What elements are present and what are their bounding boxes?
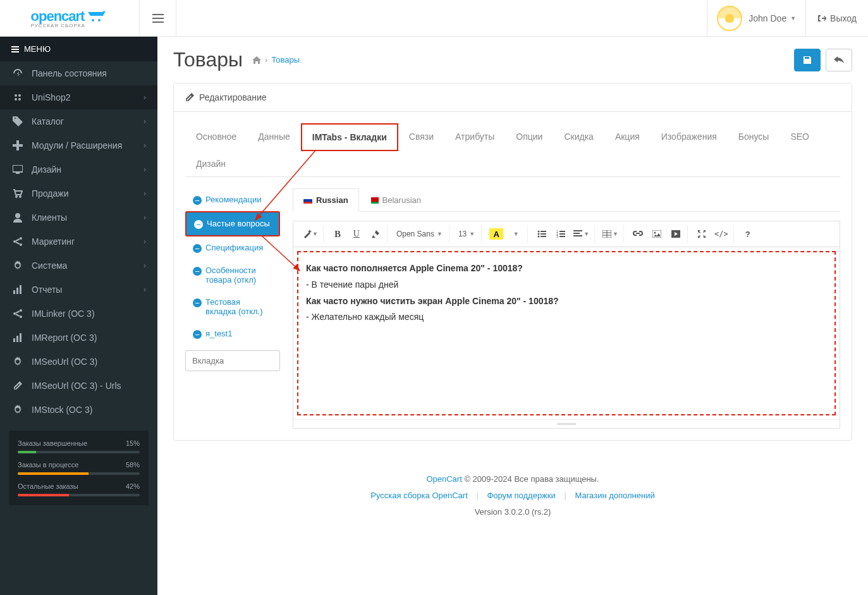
magic-icon[interactable]: ▼ [300, 225, 321, 243]
chevron-right-icon: › [144, 285, 146, 294]
product-tab[interactable]: Связи [398, 123, 444, 151]
svg-point-16 [20, 309, 22, 312]
sidebar-item[interactable]: IMReport (OC 3) [0, 326, 157, 350]
language-tab[interactable]: Russian [293, 188, 359, 212]
hamburger-button[interactable] [139, 0, 176, 37]
menu-icon [11, 46, 19, 52]
remove-icon[interactable]: − [193, 267, 202, 276]
sidebar-item[interactable]: Каталог› [0, 109, 157, 133]
font-size-select[interactable]: 13▼ [455, 225, 479, 243]
product-tab[interactable]: Акция [604, 123, 651, 151]
vertical-tab[interactable]: −я_test1 [185, 322, 280, 345]
flag-icon [303, 197, 312, 204]
chevron-right-icon: › [144, 117, 146, 126]
sidebar-item[interactable]: Панель состояния [0, 61, 157, 85]
sidebar-item[interactable]: Продажи› [0, 181, 157, 205]
video-button[interactable] [667, 225, 685, 243]
sidebar-item[interactable]: Система› [0, 254, 157, 278]
sidebar-item[interactable]: Маркетинг› [0, 230, 157, 254]
logout-button[interactable]: Выход [805, 0, 868, 37]
home-icon[interactable] [252, 56, 261, 64]
vertical-tab[interactable]: −Частые вопросы [185, 211, 280, 236]
font-family-select[interactable]: Open Sans▼ [393, 225, 446, 243]
product-tab[interactable]: Дизайн [185, 150, 236, 177]
save-button[interactable] [794, 49, 821, 71]
svg-rect-6 [13, 165, 23, 172]
font-color-button[interactable]: A [487, 225, 506, 243]
new-tab-input[interactable] [185, 350, 280, 371]
user-menu[interactable]: John Doe ▼ [707, 0, 805, 37]
product-tab[interactable]: Скидка [553, 123, 604, 151]
remove-icon[interactable]: − [193, 298, 202, 307]
remove-icon[interactable]: − [193, 196, 202, 205]
table-button[interactable]: ▼ [600, 225, 621, 243]
pencil-icon [185, 93, 194, 102]
sidebar-item[interactable]: Отчеты› [0, 278, 157, 302]
sidebar-item[interactable]: IMStock (OC 3) [0, 398, 157, 422]
edit-panel: Редактирование ОсновноеДанныеIMTabs - Вк… [173, 83, 852, 441]
vertical-tab[interactable]: −Особенности товара (откл) [185, 259, 280, 291]
sidebar-icon [11, 165, 24, 174]
product-tab[interactable]: Основное [185, 123, 247, 151]
page-title: Товары [173, 48, 243, 71]
sidebar-icon [11, 212, 24, 223]
bold-button[interactable]: B [329, 225, 346, 243]
vertical-tab[interactable]: −Тестовая вкладка (откл.) [185, 291, 280, 322]
remove-icon[interactable]: − [194, 220, 203, 229]
breadcrumb: › Товары [252, 55, 300, 64]
product-tab[interactable]: Атрибуты [444, 123, 505, 151]
sidebar-item-label: IMStock (OC 3) [32, 405, 92, 415]
product-tab[interactable]: Изображения [651, 123, 728, 151]
sidebar-item[interactable]: Клиенты› [0, 205, 157, 230]
svg-rect-35 [573, 235, 582, 236]
stat-row: Заказы в процессе58% [18, 461, 140, 475]
footer-addons-link[interactable]: Магазин дополнений [575, 491, 654, 500]
panel-header: Редактирование [174, 83, 852, 112]
logo[interactable]: opencart РУССКАЯ СБОРКА [0, 8, 139, 28]
sidebar-item[interactable]: IMLinker (OC 3) [0, 302, 157, 326]
resize-handle[interactable] [293, 419, 840, 428]
vertical-tab[interactable]: −Спецификация [185, 236, 280, 259]
sidebar-item-label: IMLinker (OC 3) [32, 309, 95, 319]
codeview-button[interactable]: </> [712, 225, 731, 243]
product-tab[interactable]: SEO [779, 123, 820, 151]
vtab-label: я_test1 [205, 329, 232, 338]
sidebar-item[interactable]: Дизайн› [0, 157, 157, 181]
stat-value: 58% [126, 461, 140, 469]
footer-opencart-link[interactable]: OpenCart [426, 474, 462, 484]
fullscreen-button[interactable] [693, 225, 711, 243]
stat-value: 15% [126, 439, 140, 447]
image-button[interactable] [648, 225, 666, 243]
breadcrumb-link[interactable]: Товары [271, 55, 300, 64]
sidebar-item-label: Панель состояния [32, 68, 107, 78]
font-color-dropdown[interactable]: ▼ [507, 225, 525, 243]
link-button[interactable] [629, 225, 647, 243]
svg-point-8 [15, 213, 20, 218]
help-button[interactable]: ? [739, 225, 757, 243]
ul-button[interactable] [533, 225, 551, 243]
editor-content[interactable]: Как часто пополняется Apple Cinema 20" -… [297, 251, 836, 415]
sidebar-item[interactable]: IMSeoUrl (OC 3) [0, 350, 157, 374]
vertical-tab[interactable]: −Рекомендации [185, 188, 280, 211]
sidebar-item-label: Клиенты [32, 212, 67, 223]
sidebar-item[interactable]: Модули / Расширения› [0, 133, 157, 157]
sidebar-icon [11, 333, 24, 342]
ol-button[interactable]: 123 [552, 225, 570, 243]
underline-button[interactable]: U [348, 225, 365, 243]
footer-forum-link[interactable]: Форум поддержки [487, 491, 555, 500]
product-tab[interactable]: Бонусы [728, 123, 780, 151]
sidebar-item[interactable]: UniShop2› [0, 85, 157, 109]
remove-icon[interactable]: − [193, 330, 202, 339]
product-tab[interactable]: Данные [247, 123, 301, 151]
language-tab[interactable]: Belarusian [359, 188, 432, 212]
footer-russian-link[interactable]: Русская сборка OpenCart [370, 491, 467, 500]
remove-icon[interactable]: − [193, 244, 202, 253]
product-tab[interactable]: IMTabs - Вкладки [301, 123, 398, 151]
sidebar-item[interactable]: IMSeoUrl (OC 3) - Urls [0, 374, 157, 398]
align-button[interactable]: ▼ [571, 225, 592, 243]
user-name: John Doe [749, 13, 786, 23]
svg-rect-32 [559, 236, 565, 237]
eraser-button[interactable] [367, 225, 384, 243]
back-button[interactable] [826, 49, 852, 71]
product-tab[interactable]: Опции [505, 123, 553, 151]
